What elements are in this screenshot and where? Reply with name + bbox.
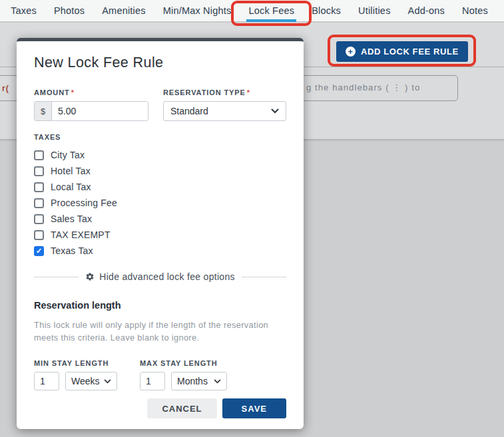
page: { "tabs": { "items": [ { "label": "Taxes… [0,0,504,437]
tab-label: Min/Max Nights [163,5,232,16]
reservation-length-description: This lock rule will only apply if the le… [34,319,286,344]
chevron-down-icon [271,108,279,114]
tab-label: Photos [54,5,85,16]
min-stay-unit-select[interactable]: Weeks [65,372,117,390]
tab-label: Taxes [11,5,37,16]
required-asterisk: * [71,88,75,96]
advanced-toggle-label: Hide advanced lock fee options [99,271,235,282]
reservation-type-select[interactable]: Standard [163,101,286,121]
tab-label: Amenities [102,5,145,16]
tab[interactable]: Utilities [350,0,399,21]
tax-name: TAX EXEMPT [51,229,111,240]
min-stay-group: MIN STAY LENGTH Weeks [34,359,117,390]
tax-checkbox-row[interactable]: Hotel Tax [34,163,286,179]
tab[interactable]: Add-ons [399,0,453,21]
handlebars-hint-text: g the handlebars ( ⋮ ) to [306,82,420,92]
min-stay-unit-value: Weeks [71,376,100,386]
gear-icon [85,272,95,281]
tab[interactable]: Min/Max Nights [154,0,240,21]
tax-checkbox-row[interactable]: Processing Fee [34,195,286,211]
reservation-type-label: RESERVATION TYPE* [163,88,286,96]
tab-label: Notes [462,5,488,16]
add-lock-fee-rule-wrapper: + ADD LOCK FEE RULE [336,41,468,62]
tab[interactable]: Photos [45,0,93,21]
plus-circle-icon: + [346,47,356,57]
min-stay-label: MIN STAY LENGTH [34,359,117,367]
chevron-down-icon [104,379,111,384]
reservation-type-field-group: RESERVATION TYPE* Standard [163,88,286,121]
reservation-type-value: Standard [170,106,208,116]
tab-label: Add-ons [408,5,445,16]
max-stay-unit-value: Months [177,376,208,386]
tab-label: Blocks [312,5,341,16]
dollar-prefix: $ [35,102,52,120]
stay-length-row: MIN STAY LENGTH Weeks MAX STAY LENGTH Mo… [34,359,286,390]
max-stay-input[interactable] [140,372,165,390]
tab[interactable]: Taxes [2,0,45,21]
tab[interactable]: Notes [453,0,497,21]
required-asterisk: * [247,88,250,96]
add-button-label: ADD LOCK FEE RULE [361,47,459,57]
tax-name: Sales Tax [51,214,92,224]
checkbox[interactable] [34,198,44,208]
taxes-label: TAXES [34,133,286,141]
new-lock-fee-rule-modal: New Lock Fee Rule AMOUNT* $ RESERVATION … [17,38,304,429]
max-stay-label: MAX STAY LENGTH [140,359,227,367]
reservation-length-heading: Reservation length [34,300,286,311]
modal-footer: CANCEL SAVE [34,398,286,418]
min-stay-input[interactable] [34,372,59,390]
save-button[interactable]: SAVE [222,398,286,418]
tab[interactable]: Blocks [303,0,350,21]
clipped-text-fragment: r( [2,84,9,93]
max-stay-unit-select[interactable]: Months [171,372,227,390]
amount-label: AMOUNT* [34,88,148,96]
advanced-options-toggle[interactable]: Hide advanced lock fee options [34,271,286,282]
tax-name: Processing Fee [51,198,117,208]
tax-checkbox-row[interactable]: City Tax [34,147,286,163]
tab-bar: Taxes Photos Amenities Min/Max Nights Lo… [0,0,504,22]
checkbox[interactable] [34,214,44,224]
amount-input[interactable] [52,102,148,120]
chevron-down-icon [214,379,221,384]
checkbox[interactable] [34,246,44,256]
tax-checkbox-row[interactable]: Local Tax [34,179,286,195]
tax-name: Hotel Tax [51,166,91,176]
modal-title: New Lock Fee Rule [34,55,286,71]
tab-label: Utilities [358,5,391,16]
max-stay-group: MAX STAY LENGTH Months [140,359,227,390]
checkbox[interactable] [34,182,44,192]
amount-input-group: $ [34,101,148,121]
amount-field-group: AMOUNT* $ [34,88,148,121]
tax-checkbox-row[interactable]: TAX EXEMPT [34,227,286,243]
checkbox[interactable] [34,150,44,160]
tax-name: City Tax [51,150,85,160]
tab[interactable]: Lock Fees [240,0,303,21]
tax-name: Local Tax [51,182,91,192]
tax-checkbox-row[interactable]: Sales Tax [34,211,286,227]
amount-reservation-row: AMOUNT* $ RESERVATION TYPE* Standard [34,88,286,121]
taxes-checkbox-list: City Tax Hotel Tax Local Tax Processing … [34,147,286,259]
tax-name: Texas Tax [51,245,93,256]
tab[interactable]: Amenities [93,0,154,21]
tax-checkbox-row[interactable]: Texas Tax [34,243,286,259]
tab-label: Lock Fees [248,5,294,16]
checkbox[interactable] [34,230,44,240]
cancel-button[interactable]: CANCEL [147,398,216,418]
add-lock-fee-rule-button[interactable]: + ADD LOCK FEE RULE [336,41,468,62]
checkbox[interactable] [34,166,44,176]
